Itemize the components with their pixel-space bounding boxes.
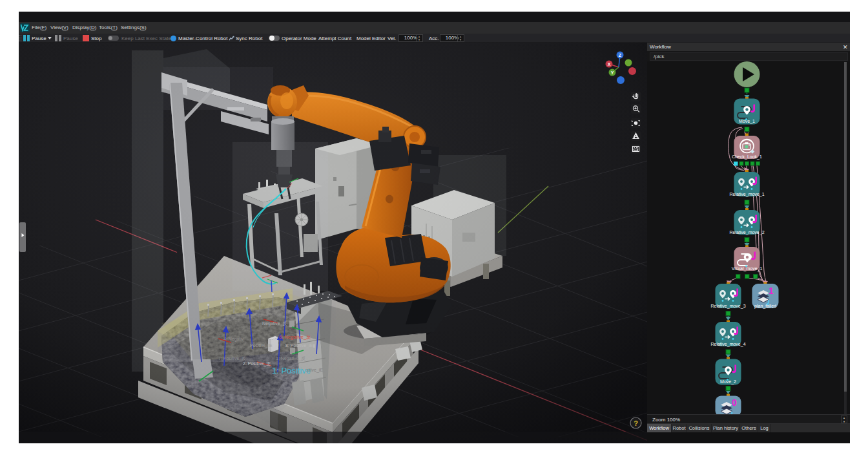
svg-text:Relative_move_3: Relative_move_3 xyxy=(710,304,745,309)
svg-text:Visual_move_1: Visual_move_1 xyxy=(732,266,763,271)
svg-text:Relative_move_2: Relative_move_2 xyxy=(729,230,764,235)
svg-text:Check_Look_1: Check_Look_1 xyxy=(732,154,762,160)
svg-text:0: 0 xyxy=(732,397,737,408)
svg-text:Move_1: Move_1 xyxy=(739,119,755,124)
svg-text:Z: Z xyxy=(619,53,622,58)
svg-text:?: ? xyxy=(634,419,638,427)
svg-text:plan_failed: plan_failed xyxy=(754,304,776,309)
svg-text:Move_2: Move_2 xyxy=(720,379,736,385)
svg-text:Relative_move_1: Relative_move_1 xyxy=(729,192,764,197)
svg-text:Y: Y xyxy=(611,70,614,75)
svg-text:X: X xyxy=(608,62,611,67)
svg-text:Relative_move_4: Relative_move_4 xyxy=(710,342,745,347)
svg-text:1: 1 xyxy=(769,286,774,296)
